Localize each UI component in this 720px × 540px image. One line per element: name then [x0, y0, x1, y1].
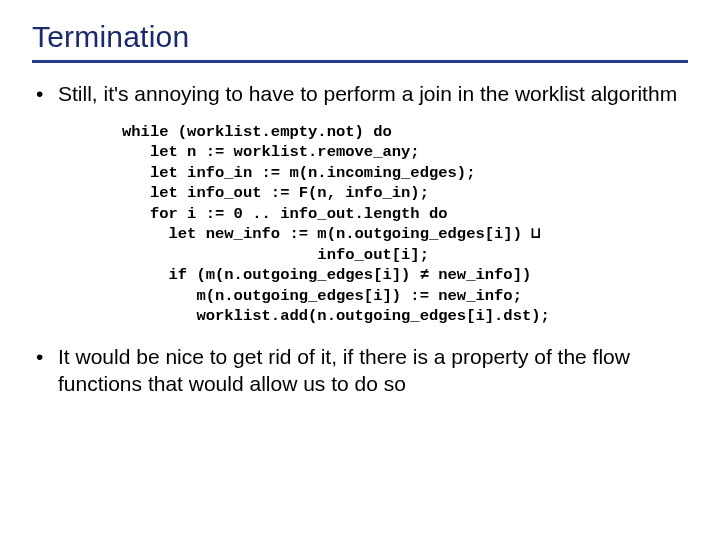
title-rule [32, 60, 688, 63]
code-block: while (worklist.empty.not) do let n := w… [122, 122, 688, 327]
bullet-item: It would be nice to get rid of it, if th… [32, 344, 688, 398]
bullet-list: It would be nice to get rid of it, if th… [32, 344, 688, 398]
bullet-item: Still, it's annoying to have to perform … [32, 81, 688, 108]
slide: Termination Still, it's annoying to have… [0, 0, 720, 540]
bullet-list: Still, it's annoying to have to perform … [32, 81, 688, 108]
slide-title: Termination [32, 20, 688, 54]
